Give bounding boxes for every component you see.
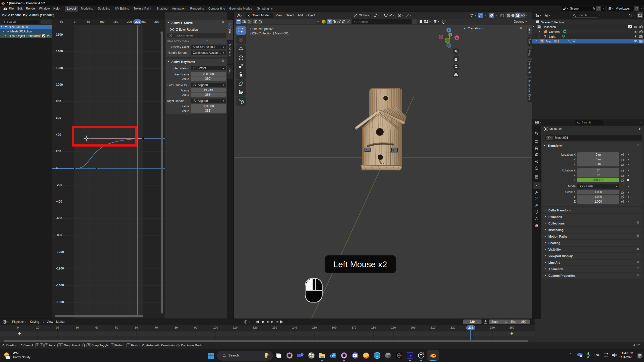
svg-text:Pr: Pr bbox=[409, 354, 412, 357]
svg-text:X: X bbox=[456, 36, 458, 39]
svg-text:YUNG: YUNG bbox=[342, 357, 346, 358]
svg-text:T: T bbox=[298, 354, 300, 357]
svg-text:Y: Y bbox=[450, 34, 451, 36]
svg-text:Z: Z bbox=[448, 29, 450, 32]
